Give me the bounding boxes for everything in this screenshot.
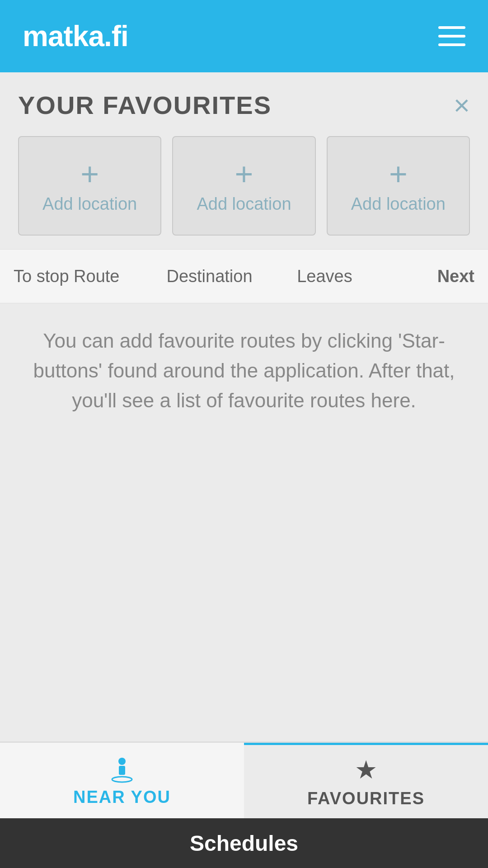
schedules-bar[interactable]: Schedules <box>0 818 488 868</box>
star-icon: ★ <box>355 755 377 784</box>
location-cards-container: + Add location + Add location + Add loca… <box>18 136 470 236</box>
app-logo: matka.fi <box>23 19 128 53</box>
plus-icon-1: + <box>80 158 99 190</box>
destination-label: Destination <box>166 267 252 286</box>
near-you-icon <box>108 756 136 783</box>
favourites-panel: YOUR FAVOURITES × + Add location + Add l… <box>0 72 488 249</box>
favourites-title: YOUR FAVOURITES <box>18 90 272 120</box>
leaves-label: Leaves <box>297 267 352 286</box>
add-location-label-2: Add location <box>197 194 291 214</box>
svg-point-2 <box>112 777 132 782</box>
route-bar: To stop Route Destination Leaves Next <box>0 249 488 303</box>
add-location-label-3: Add location <box>351 194 446 214</box>
svg-rect-1 <box>119 766 125 775</box>
tab-near-you[interactable]: NEAR YOU <box>0 743 244 818</box>
svg-point-0 <box>118 758 126 765</box>
destination-item: Destination <box>152 267 267 286</box>
add-location-card-2[interactable]: + Add location <box>172 136 315 236</box>
plus-icon-2: + <box>235 158 253 190</box>
tab-favourites-label: FAVOURITES <box>307 789 425 808</box>
bottom-tabs: NEAR YOU ★ FAVOURITES <box>0 741 488 818</box>
tab-favourites[interactable]: ★ FAVOURITES <box>244 743 488 818</box>
tab-near-you-label: NEAR YOU <box>73 788 171 807</box>
app-header: matka.fi <box>0 0 488 72</box>
schedules-label: Schedules <box>190 831 298 856</box>
main-content: YOUR FAVOURITES × + Add location + Add l… <box>0 72 488 741</box>
plus-icon-3: + <box>389 158 408 190</box>
next-item: Next <box>382 267 474 286</box>
leaves-item: Leaves <box>267 267 382 286</box>
add-location-card-1[interactable]: + Add location <box>18 136 161 236</box>
menu-button[interactable] <box>438 26 465 46</box>
favourites-header: YOUR FAVOURITES × <box>18 90 470 120</box>
to-stop-item: To stop Route <box>14 267 152 286</box>
add-location-label-1: Add location <box>42 194 137 214</box>
add-location-card-3[interactable]: + Add location <box>327 136 470 236</box>
info-area: You can add favourite routes by clicking… <box>0 303 488 741</box>
info-text: You can add favourite routes by clicking… <box>18 326 470 415</box>
to-stop-text: To stop Route <box>14 267 119 286</box>
close-button[interactable]: × <box>454 91 470 119</box>
next-label: Next <box>437 267 474 286</box>
